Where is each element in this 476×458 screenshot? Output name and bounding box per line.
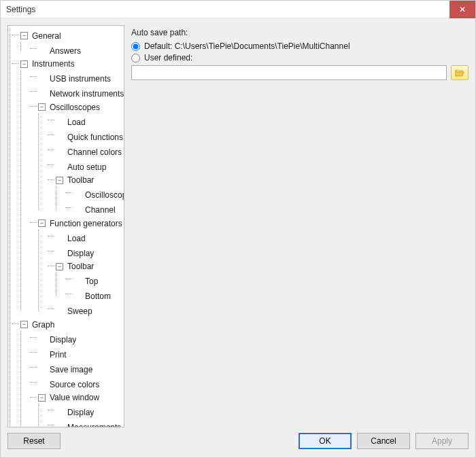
collapse-icon[interactable]: − bbox=[56, 177, 63, 184]
user-path-input[interactable] bbox=[131, 65, 447, 80]
window-title: Settings bbox=[6, 5, 449, 14]
tree-node-func-gen[interactable]: −Function generators Load Display −Toolb… bbox=[30, 216, 124, 317]
tree-node-osc-tb-channel[interactable]: Channel bbox=[65, 201, 124, 216]
collapse-icon[interactable]: − bbox=[20, 321, 28, 328]
tree-node-gr-print[interactable]: Print bbox=[30, 346, 124, 361]
tree-node-fg-display[interactable]: Display bbox=[48, 245, 124, 260]
tree-node-fg-sweep[interactable]: Sweep bbox=[48, 302, 124, 317]
default-path-radio-input[interactable] bbox=[131, 42, 140, 51]
collapse-icon[interactable]: − bbox=[38, 219, 46, 227]
tree-node-osc-toolbar[interactable]: −Toolbar Oscilloscope Channel bbox=[48, 173, 124, 217]
settings-window: Settings ✕ −General Answers −Instruments… bbox=[0, 0, 476, 458]
tree-node-network-instruments[interactable]: Network instruments bbox=[30, 85, 124, 100]
tree-node-osc-tb-oscilloscope[interactable]: Oscilloscope bbox=[65, 186, 124, 201]
collapse-icon[interactable]: − bbox=[20, 32, 28, 39]
tree-node-fg-tb-top[interactable]: Top bbox=[65, 272, 124, 287]
tree-node-instruments[interactable]: −Instruments USB instruments Network ins… bbox=[12, 57, 124, 318]
collapse-icon[interactable]: − bbox=[56, 263, 63, 270]
auto-save-path-label: Auto save path: bbox=[131, 28, 469, 37]
collapse-icon[interactable]: − bbox=[38, 103, 46, 111]
reset-button[interactable]: Reset bbox=[7, 433, 61, 449]
collapse-icon[interactable]: − bbox=[20, 60, 28, 68]
tree-node-osc-quick[interactable]: Quick functions bbox=[48, 128, 124, 143]
apply-button: Apply bbox=[415, 433, 469, 449]
tree-node-gr-vw-display[interactable]: Display bbox=[48, 404, 124, 419]
tree-node-osc-channel-colors[interactable]: Channel colors bbox=[48, 143, 124, 158]
user-path-radio-label: User defined: bbox=[144, 53, 192, 63]
tree-node-osc-auto-setup[interactable]: Auto setup bbox=[48, 158, 124, 173]
tree-node-gr-save-image[interactable]: Save image bbox=[30, 361, 124, 376]
browse-button[interactable] bbox=[451, 65, 469, 80]
user-path-radio[interactable]: User defined: bbox=[131, 53, 469, 63]
default-path-radio[interactable]: Default: C:\Users\TiePie\Documents\TiePi… bbox=[131, 41, 469, 51]
settings-content: Auto save path: Default: C:\Users\TiePie… bbox=[131, 25, 469, 427]
titlebar: Settings ✕ bbox=[1, 1, 475, 18]
tree-node-graph[interactable]: −Graph Display Print Save image Source c… bbox=[12, 317, 124, 427]
collapse-icon[interactable]: − bbox=[38, 394, 46, 402]
dialog-button-row: Reset OK Cancel Apply bbox=[1, 427, 475, 457]
tree-node-answers[interactable]: Answers bbox=[30, 42, 124, 57]
tree-node-fg-toolbar[interactable]: −Toolbar Top Bottom bbox=[48, 260, 124, 303]
tree-node-gr-value-window[interactable]: −Value window Display Measurements bbox=[30, 391, 124, 428]
tree-node-gr-source-colors[interactable]: Source colors bbox=[30, 376, 124, 391]
close-icon: ✕ bbox=[459, 5, 466, 14]
default-path-radio-label: Default: C:\Users\TiePie\Documents\TiePi… bbox=[144, 41, 350, 51]
ok-button[interactable]: OK bbox=[299, 433, 352, 449]
tree-node-usb-instruments[interactable]: USB instruments bbox=[30, 70, 124, 85]
tree-node-general[interactable]: −General Answers bbox=[12, 29, 124, 57]
tree-node-fg-load[interactable]: Load bbox=[48, 230, 124, 245]
user-path-radio-input[interactable] bbox=[131, 54, 140, 63]
folder-open-icon bbox=[455, 69, 464, 77]
tree-node-oscilloscopes[interactable]: −Oscilloscopes Load Quick functions Chan… bbox=[30, 100, 124, 216]
cancel-button[interactable]: Cancel bbox=[357, 433, 410, 449]
close-button[interactable]: ✕ bbox=[449, 1, 475, 18]
tree-node-gr-vw-measurements[interactable]: Measurements bbox=[48, 419, 124, 427]
settings-tree[interactable]: −General Answers −Instruments USB instru… bbox=[7, 25, 124, 427]
tree-node-osc-load[interactable]: Load bbox=[48, 113, 124, 128]
tree-node-fg-tb-bottom[interactable]: Bottom bbox=[65, 287, 124, 302]
tree-node-gr-display[interactable]: Display bbox=[30, 331, 124, 346]
